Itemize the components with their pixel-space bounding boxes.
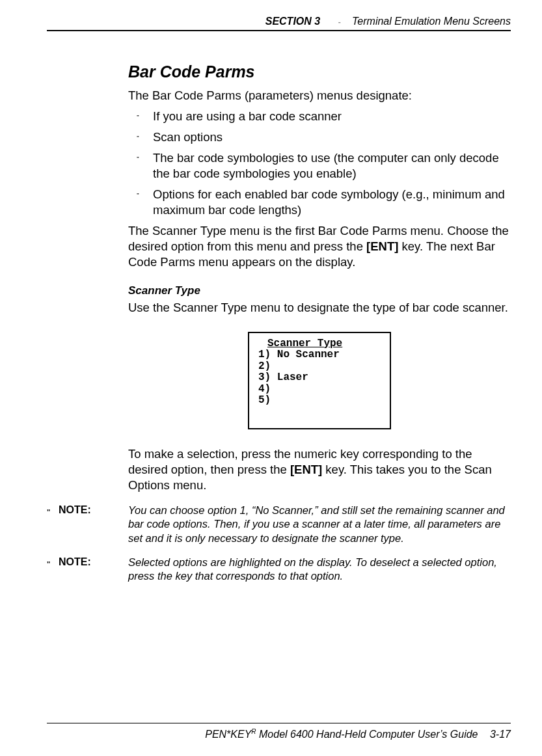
screen-title: Scanner Type xyxy=(267,338,381,350)
note-bullet-icon: " xyxy=(47,556,59,571)
bullet-list: If you are using a bar code scanner Scan… xyxy=(128,109,511,218)
paragraph: Use the Scanner Type menu to designate t… xyxy=(128,300,511,316)
header-section: SECTION 3 xyxy=(265,16,320,27)
screen-wrapper: Scanner Type 1) No Scanner 2) 3) Laser 4… xyxy=(128,332,511,429)
note-label: NOTE: xyxy=(59,556,128,569)
note-text: Selected options are highlighted on the … xyxy=(128,556,511,584)
footer-pre: PEN*KEY xyxy=(205,729,251,740)
screen-line: 3) Laser xyxy=(258,372,381,384)
terminal-screen: Scanner Type 1) No Scanner 2) 3) Laser 4… xyxy=(248,332,391,429)
content-block: Bar Code Parms The Bar Code Parms (param… xyxy=(128,62,511,493)
header-separator: " xyxy=(338,21,340,27)
screen-line: 1) No Scanner xyxy=(258,349,381,361)
note-label: NOTE: xyxy=(59,504,128,517)
list-item: The bar code symbologies to use (the com… xyxy=(128,150,511,182)
footer-title: PEN*KEYR Model 6400 Hand-Held Computer U… xyxy=(205,729,481,740)
paragraph: The Scanner Type menu is the first Bar C… xyxy=(128,223,511,270)
list-item: Scan options xyxy=(128,129,511,145)
subheading: Scanner Type xyxy=(128,284,511,297)
footer-post: Model 6400 Hand-Held Computer User’s Gui… xyxy=(256,729,478,740)
note-text: You can choose option 1, “No Scanner,” a… xyxy=(128,504,511,545)
list-item: If you are using a bar code scanner xyxy=(128,109,511,124)
list-item: Options for each enabled bar code symbol… xyxy=(128,187,511,218)
key-label: [ENT] xyxy=(290,463,322,476)
note-row: " NOTE: You can choose option 1, “No Sca… xyxy=(47,504,511,545)
page-header: SECTION 3 " Terminal Emulation Menu Scre… xyxy=(47,16,511,27)
header-title: Terminal Emulation Menu Screens xyxy=(352,16,511,27)
key-label: [ENT] xyxy=(366,239,398,253)
header-rule xyxy=(47,30,511,31)
screen-line: 4) xyxy=(258,384,381,396)
page: SECTION 3 " Terminal Emulation Menu Scre… xyxy=(0,0,542,756)
footer-rule xyxy=(47,723,511,723)
note-bullet-icon: " xyxy=(47,504,59,519)
screen-line: 5) xyxy=(258,395,381,407)
footer-sup: R xyxy=(251,728,256,735)
page-number: 3-17 xyxy=(490,729,511,740)
intro-text: The Bar Code Parms (parameters) menus de… xyxy=(128,88,511,103)
paragraph: To make a selection, press the numeric k… xyxy=(128,446,511,493)
page-footer: PEN*KEYR Model 6400 Hand-Held Computer U… xyxy=(205,728,511,740)
note-row: " NOTE: Selected options are highlighted… xyxy=(47,556,511,584)
section-heading: Bar Code Parms xyxy=(128,62,511,81)
screen-line: 2) xyxy=(258,361,381,373)
